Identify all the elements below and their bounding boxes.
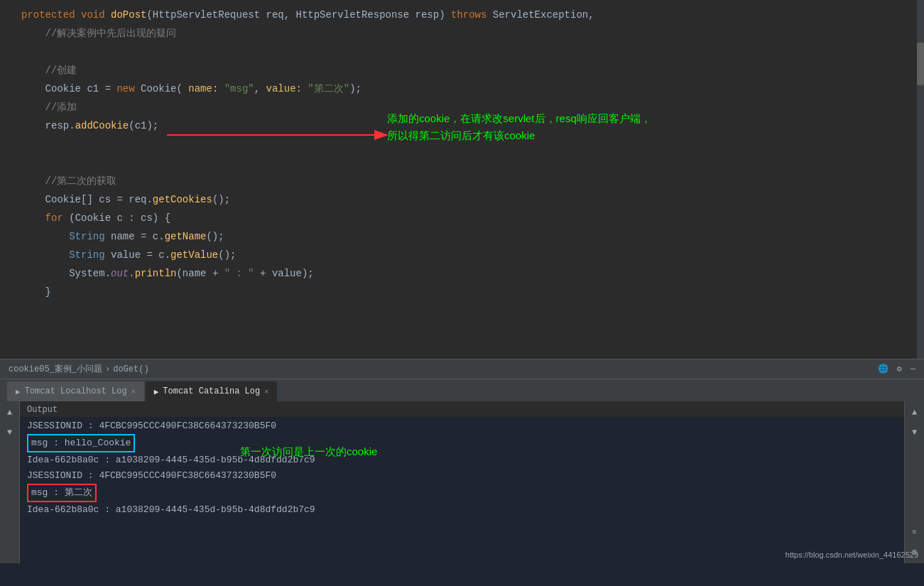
settings-icon[interactable]: ⚙ [897,364,902,374]
code-line-line16: } [14,283,924,301]
console-line-4: msg : 第二次 [27,484,897,502]
watermark: https://blog.csdn.net/weixin_44162529 [786,550,918,559]
minimize-icon[interactable]: — [911,364,915,374]
tab-catalina-log[interactable]: ▶ Tomcat Catalina Log ✕ [146,381,277,401]
panel-tabs: ▶ Tomcat Localhost Log ✕ ▶ Tomcat Catali… [0,379,924,401]
tab-close-catalina[interactable]: ✕ [264,387,268,396]
sidebar-btn-up[interactable]: ▲ [3,406,17,420]
sidebar-btn-down[interactable]: ▼ [3,425,17,440]
code-content: protected void doPost(HttpServletRequest… [0,0,924,307]
code-line-line1: protected void doPost(HttpServletRequest… [14,6,924,24]
console-line-3: JSESSIONID : 4FCBC995CCC490FC38C66437323… [27,468,897,484]
console-output: JSESSIONID : 4FCBC995CCC490FC38C66437323… [20,417,904,519]
panel-wrapper: ▶ Tomcat Localhost Log ✕ ▶ Tomcat Catali… [0,379,924,563]
editor-scrollbar-thumb[interactable] [917,43,924,85]
console-output-label: Output [20,401,904,417]
breadcrumb-separator: › [105,364,110,374]
console-main: Output JSESSIONID : 4FCBC995CCC490FC38C6… [20,401,904,563]
breadcrumb-bar: cookie05_案例_小问题 › doGet() 🌐 ⚙ — [0,359,924,379]
console-line-1: msg : hello_Cookie [27,434,897,452]
code-line-line10: //第二次的获取 [14,172,924,190]
console-right-sidebar: ▲ ▼ ≡ ⊞ [904,401,924,563]
scroll-down-btn[interactable]: ▼ [908,425,922,440]
sidebar-extra-btn[interactable]: ≡ [908,525,922,539]
globe-icon[interactable]: 🌐 [878,364,888,374]
tab-localhost-log[interactable]: ▶ Tomcat Localhost Log ✕ [7,381,144,401]
code-line-line12: for (Cookie c : cs) { [14,209,924,227]
scroll-up-btn[interactable]: ▲ [908,406,922,420]
console-line-2: Idea-662b8a0c : a1038209-4445-435d-b95b-… [27,452,897,468]
code-line-line5: Cookie c1 = new Cookie( name: "msg", val… [14,80,924,98]
code-line-line3 [14,43,924,61]
tab-label-catalina: Tomcat Catalina Log [163,386,260,396]
code-line-line6: //添加 [14,98,924,116]
code-line-line4: //创建 [14,61,924,80]
console-left-sidebar: ▲ ▼ [0,401,20,563]
breadcrumb-actions: 🌐 ⚙ — [876,364,917,374]
code-line-line2: //解决案例中先后出现的疑问 [14,24,924,43]
tab-close-localhost[interactable]: ✕ [131,387,136,396]
tab-icon-catalina: ▶ [154,387,159,396]
console-body: ▲ ▼ Output JSESSIONID : 4FCBC995CCC490FC… [0,401,924,563]
code-line-line9 [14,153,924,172]
code-line-line8 [14,135,924,153]
code-line-line14: String value = c.getValue(); [14,246,924,264]
tab-icon-localhost: ▶ [16,387,21,396]
console-line-0: JSESSIONID : 4FCBC995CCC490FC38C66437323… [27,418,897,434]
code-line-line11: Cookie[] cs = req.getCookies(); [14,190,924,209]
editor-scrollbar[interactable] [917,0,924,359]
code-line-line15: System.out.println(name + " : " + value)… [14,264,924,283]
code-line-line13: String name = c.getName(); [14,227,924,246]
highlight-red-span: msg : 第二次 [27,484,97,502]
code-line-line7: resp.addCookie(c1); [14,116,924,135]
breadcrumb-method: doGet() [113,364,148,374]
code-editor: protected void doPost(HttpServletRequest… [0,0,924,359]
breadcrumb-path: cookie05_案例_小问题 [9,363,102,375]
highlight-cyan-span: msg : hello_Cookie [27,434,135,452]
console-line-5: Idea-662b8a0c : a1038209-4445-435d-b95b-… [27,502,897,518]
tab-label-localhost: Tomcat Localhost Log [25,386,127,396]
